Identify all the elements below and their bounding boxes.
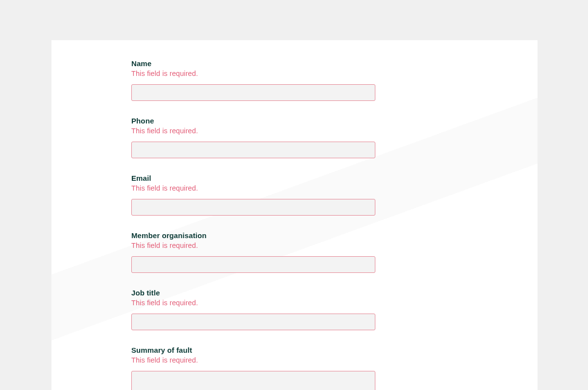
field-job: Job title This field is required. (131, 289, 538, 330)
job-input[interactable] (131, 314, 375, 330)
fault-textarea[interactable] (131, 371, 375, 390)
org-error: This field is required. (131, 242, 538, 249)
name-error: This field is required. (131, 70, 538, 77)
form: Name This field is required. Phone This … (51, 40, 538, 390)
name-input[interactable] (131, 84, 375, 101)
field-org: Member organisation This field is requir… (131, 231, 538, 273)
job-error: This field is required. (131, 299, 538, 307)
email-error: This field is required. (131, 184, 538, 192)
phone-label: Phone (131, 117, 538, 125)
field-email: Email This field is required. (131, 174, 538, 216)
form-card: Name This field is required. Phone This … (51, 40, 538, 390)
field-fault: Summary of fault This field is required. (131, 346, 538, 390)
name-label: Name (131, 59, 538, 68)
phone-error: This field is required. (131, 127, 538, 135)
email-label: Email (131, 174, 538, 182)
field-name: Name This field is required. (131, 59, 538, 101)
email-input[interactable] (131, 199, 375, 216)
field-phone: Phone This field is required. (131, 117, 538, 158)
fault-label: Summary of fault (131, 346, 538, 354)
org-input[interactable] (131, 256, 375, 273)
phone-input[interactable] (131, 142, 375, 158)
org-label: Member organisation (131, 231, 538, 240)
job-label: Job title (131, 289, 538, 297)
fault-error: This field is required. (131, 356, 538, 364)
